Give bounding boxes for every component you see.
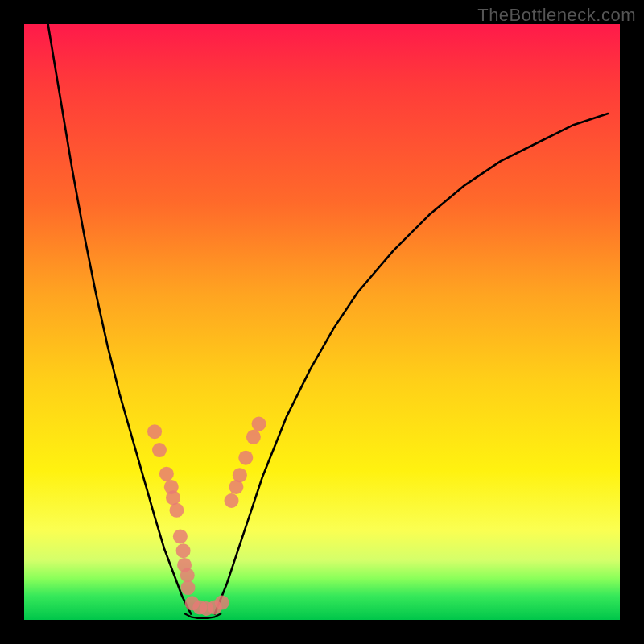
series-right-branch <box>215 114 608 614</box>
data-marker <box>169 503 184 518</box>
plot-area <box>24 24 620 620</box>
markers-valley <box>185 596 229 616</box>
data-marker <box>152 443 167 457</box>
series-left-branch <box>48 24 192 614</box>
data-marker <box>159 467 174 481</box>
markers-right <box>225 417 266 508</box>
data-marker <box>233 468 247 482</box>
data-marker <box>176 543 191 558</box>
watermark-text: TheBottleneck.com <box>477 5 636 26</box>
data-marker <box>246 430 261 444</box>
data-marker <box>166 490 180 505</box>
data-marker <box>252 417 266 431</box>
data-marker <box>181 580 196 595</box>
chart-frame: TheBottleneck.com <box>0 0 644 644</box>
data-marker <box>225 493 239 508</box>
data-marker <box>147 424 162 439</box>
curve-lines <box>48 24 609 618</box>
data-marker <box>238 451 253 465</box>
data-marker <box>215 596 229 610</box>
curve-svg <box>24 24 620 620</box>
data-marker <box>180 568 195 583</box>
data-marker <box>173 529 188 543</box>
